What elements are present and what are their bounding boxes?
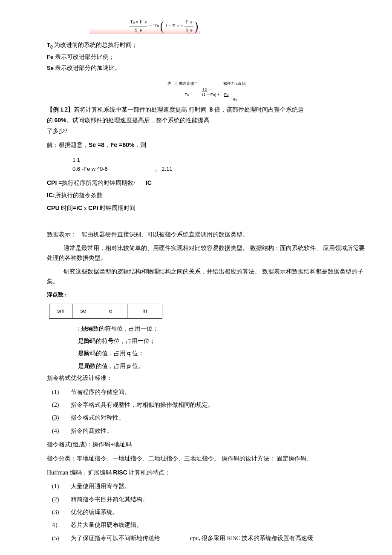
data-struct-line: 通常是最常用，相对比较简单的、用硬件实现相对比较容易数据类型。 数据结构：面向系… [47,244,366,263]
def-fe-line: Fe 表示可改进部分比例； [47,52,366,62]
formula-num: T₀ × F_e [129,18,147,26]
risc-1: (1)大量使用通用寄存器。 [47,482,366,491]
fp-se-def: Se是阶码的符号位，占用一位； [47,336,366,346]
risc-2: (2)精简指令书目并简化其结构。 [47,495,366,504]
opt-2: (2)指令字格式具有规整性，对相似的操作做相同的规定。 [47,400,366,410]
small-formula-block: 也—可能送比惨 " 祁件力 nift 比 T0 = Tn (1 —Fe) + F… [47,81,366,102]
formula-rhs-1: 1 − F_e + [165,23,183,28]
cpi-def-line: CPI =执行程序所需的时钟周期数/ IC [47,178,366,188]
example-1-2: 【例 1.2】若将计算机系统中某一部件的处理速度提高 行时间 8 倍，该部件处理… [47,105,366,136]
formula-rhs-den: S_e [184,26,193,34]
solution-given: 解：根据题意，Se =8，Fe =60%，则 [47,140,366,150]
def-t0-line: T0 为改进前的系统的总执行时间； [47,40,366,51]
data-research-line: 研究这些数据类型的逻辑结构和物理结构之间的关系，并给出相应的算法。 数据表示和数… [47,267,366,286]
opt-title: 指令格式优化设计标准： [47,374,366,383]
float-layout-table: sm se e m [49,304,162,319]
inst-format-line: 指令格式(组成)：操作码+地址码 [47,440,366,449]
opt-1: (1)节省程序的存储空间。 [47,388,366,397]
ic-def-line: IC:所执行的指令条数 [47,190,366,200]
fp-cell-e: e [94,304,127,318]
opt-3: (3)指令格式的对称性。 [47,413,366,423]
def-se-line: Se 表示改进部分的加速比。 [47,63,366,73]
fp-cell-se: se [72,304,94,318]
formula-mid: = T₀ [149,22,159,29]
fp-m-def: m是尾数的值，占用 p 位。 [47,361,366,371]
fp-cell-sm: sm [49,304,72,318]
risc-4: 4）芯片大量使用硬布线逻辑。 [47,520,366,530]
risc-3: (3)优化的编译系统。 [47,508,366,517]
fp-e-def: e是阶码的值，占用 q 位； [47,348,366,358]
huffman-risc-line: Huffman 编码，扩展编码 RISC 计算机的特点： [47,468,366,477]
formula-den: S_e [129,26,147,34]
inst-classify-line: 指令分类：零地址指令、一地址指令、二地址指令、三地址指令。 操作码的设计方法： … [47,454,366,463]
fp-cell-m: m [127,304,162,318]
risc-5: (5)为了保证指令可以不间断地传送给cpu, 很多采用 RISC 技术的系统都设… [47,534,366,543]
float-title: 浮点数 : [47,290,366,299]
calculation-block: 1 1 0.6 -Fe w ^0-6。 2.11 [72,156,366,174]
formula-amdahl-image: T₀ × F_eS_e = T₀ ( 1 − F_e + F_eS_e ) [89,17,200,34]
cpu-time-line: CPU 时间=IC x CPI 时钟周期时间 [47,203,366,213]
data-rep-line: 数据表示： 能由机器硬件直接识别、可以被指令系统直接调用的数据类型。 [47,230,366,239]
opt-4: (4)指令的髙效性。 [47,426,366,436]
formula-rhs-num: F_e [184,18,193,26]
fp-sm-def: Sm: 是尾数的符号位，占用一位； [47,324,366,334]
